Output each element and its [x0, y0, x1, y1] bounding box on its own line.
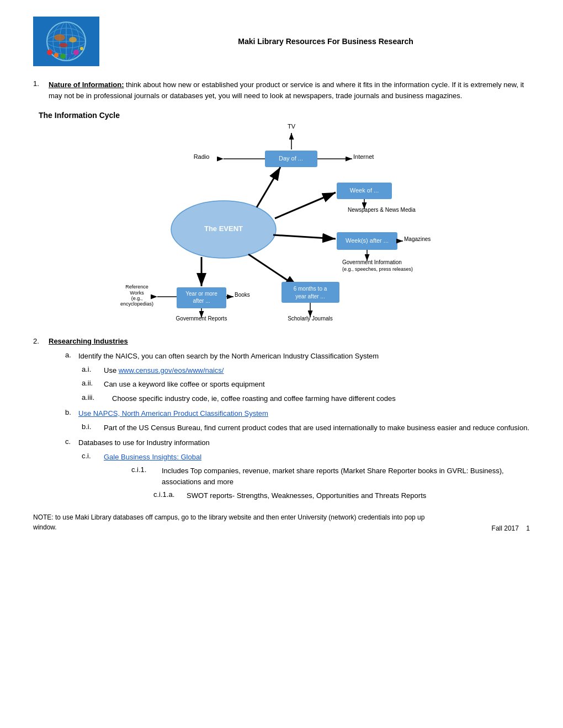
item-ci1-label: c.i.1. — [131, 465, 162, 474]
item-ci1a-text: SWOT reports- Strengths, Weaknesses, Opp… — [187, 490, 426, 501]
svg-text:Year or more: Year or more — [185, 291, 217, 297]
item-ci-label: c.i. — [82, 452, 104, 460]
information-cycle-diagram: The Information Cycle TV Day of ... — [33, 111, 530, 331]
item-aiii-text: Choose specific industry code, ie, coffe… — [112, 393, 396, 404]
section-1-title: Nature of Information: — [49, 81, 124, 89]
svg-text:Books: Books — [235, 292, 250, 298]
item-bi-text: Part of the US Census Bureau, find curre… — [104, 422, 529, 433]
svg-point-17 — [80, 47, 83, 50]
section-1: 1. Nature of Information: think about ho… — [33, 79, 530, 101]
svg-text:The EVENT: The EVENT — [204, 224, 243, 233]
svg-line-33 — [257, 167, 280, 207]
item-b-label: b. — [65, 408, 78, 416]
page-footer: NOTE: to use Maki Library databases off … — [33, 512, 530, 532]
svg-line-34 — [275, 192, 336, 218]
svg-text:(e.g.,: (e.g., — [131, 296, 143, 301]
svg-point-16 — [73, 50, 79, 55]
diagram-svg-container: TV Day of ... Radio Internet Week of ...… — [116, 122, 447, 331]
napcs-link[interactable]: Use NAPCS, North American Product Classi… — [78, 409, 268, 417]
item-bi-label: b.i. — [82, 422, 104, 431]
item-ai-text: Use www.census.gov/eos/www/naics/ — [104, 365, 224, 376]
svg-point-15 — [67, 53, 72, 57]
footer-page: 1 — [526, 524, 530, 532]
svg-text:TV: TV — [288, 123, 296, 130]
item-a-text: Identify the NAICS, you can often search… — [78, 351, 379, 362]
item-aii-label: a.ii. — [82, 379, 104, 387]
svg-point-12 — [47, 50, 52, 55]
footer-semester: Fall 2017 — [492, 524, 519, 532]
gale-link[interactable]: Gale Business Insights: Global — [104, 453, 201, 461]
diagram-title: The Information Cycle — [39, 111, 530, 120]
svg-point-10 — [69, 37, 77, 42]
svg-text:Works: Works — [130, 290, 144, 296]
svg-text:(e.g., speeches, press release: (e.g., speeches, press releases) — [342, 266, 413, 272]
item-aiii-label: a.iii. — [82, 393, 112, 402]
item-c-text: Databases to use for Industry informatio… — [78, 437, 210, 448]
item-b-text: Use NAPCS, North American Product Classi… — [78, 408, 268, 419]
section-1-num: 1. — [33, 79, 49, 88]
item-ci1-text: Includes Top companies, revenue, market … — [162, 465, 530, 487]
page-title: Maki Library Resources For Business Rese… — [121, 37, 530, 46]
item-ci-text: Gale Business Insights: Global — [104, 452, 201, 463]
svg-text:6 months to a: 6 months to a — [294, 286, 327, 292]
naics-link[interactable]: www.census.gov/eos/www/naics/ — [119, 366, 224, 374]
item-c-label: c. — [65, 437, 78, 446]
svg-text:Radio: Radio — [194, 153, 210, 160]
section-2: 2. Researching Industries a. Identify th… — [33, 337, 530, 501]
section-2-num: 2. — [33, 337, 49, 345]
svg-text:Week of ...: Week of ... — [350, 187, 379, 194]
item-ci1a-label: c.i.1.a. — [153, 490, 187, 499]
svg-text:Day of ...: Day of ... — [279, 155, 303, 162]
item-a-label: a. — [65, 351, 78, 359]
svg-point-11 — [59, 43, 68, 47]
svg-text:after ...: after ... — [193, 298, 210, 304]
svg-point-14 — [60, 53, 66, 59]
svg-text:Magazines: Magazines — [404, 236, 431, 242]
library-logo — [33, 17, 99, 66]
svg-text:encyclopedias): encyclopedias) — [120, 301, 153, 307]
item-ai-label: a.i. — [82, 365, 104, 373]
svg-text:Internet: Internet — [353, 153, 374, 160]
svg-text:Government Information: Government Information — [342, 259, 402, 265]
svg-text:Reference: Reference — [125, 284, 148, 290]
svg-text:Newspapers & News Media: Newspapers & News Media — [348, 207, 416, 213]
svg-text:Week(s) after ...: Week(s) after ... — [346, 237, 389, 244]
svg-line-41 — [273, 235, 336, 239]
svg-point-13 — [54, 53, 59, 57]
svg-point-9 — [54, 34, 65, 41]
footer-semester-page: Fall 2017 1 — [492, 524, 530, 532]
svg-text:year after ...: year after ... — [295, 293, 325, 299]
item-aii-text: Can use a keyword like coffee or sports … — [104, 379, 265, 390]
page-header: Maki Library Resources For Business Rese… — [33, 17, 530, 66]
footer-note: NOTE: to use Maki Library databases off … — [33, 512, 442, 532]
